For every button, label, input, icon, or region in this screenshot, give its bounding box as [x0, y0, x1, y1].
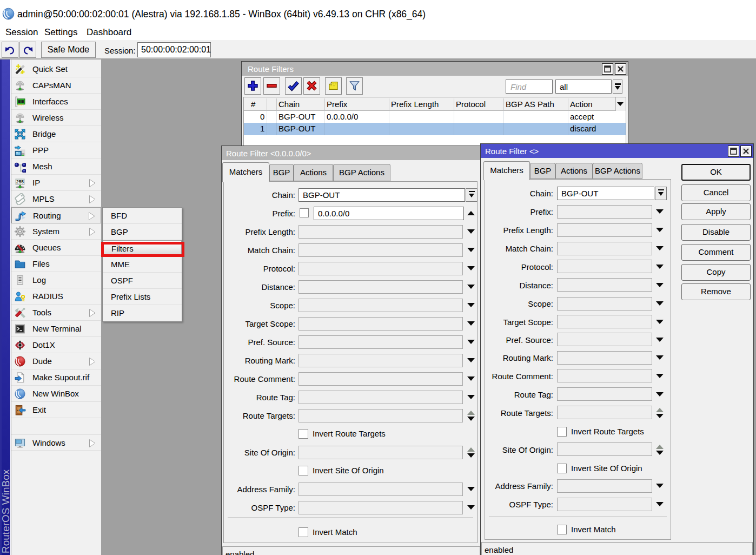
svg-text:255: 255 [16, 180, 24, 184]
